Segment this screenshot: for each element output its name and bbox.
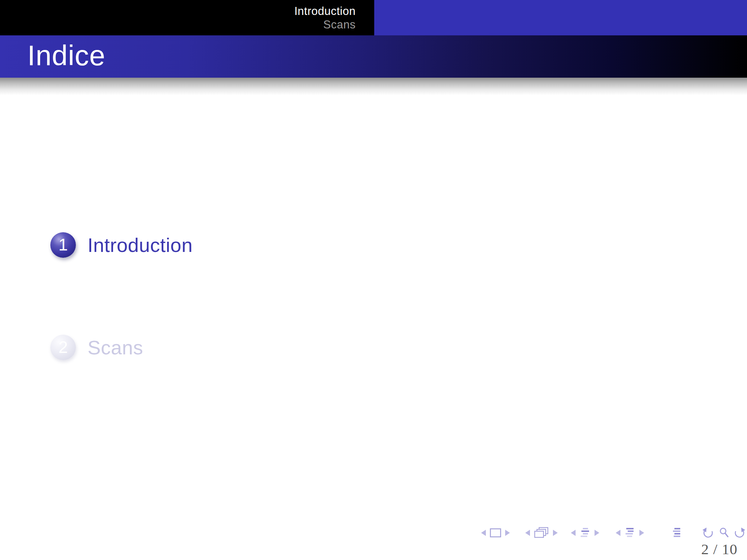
next-subsection-icon[interactable] xyxy=(595,530,599,536)
next-section-icon[interactable] xyxy=(639,530,644,536)
prev-frame-icon[interactable] xyxy=(525,530,530,536)
prev-section-icon[interactable] xyxy=(616,530,620,536)
history-nav-group xyxy=(702,525,746,540)
header-section-current[interactable]: Introduction xyxy=(294,4,356,18)
prev-subsection-icon[interactable] xyxy=(571,530,576,536)
page-indicator: 2 / 10 xyxy=(701,540,738,558)
toc-ball-1-icon: 1 xyxy=(50,232,76,258)
header-section-list: Introduction Scans xyxy=(0,0,374,35)
next-slide-icon[interactable] xyxy=(505,530,510,536)
navigation-symbols-bar xyxy=(0,525,747,540)
header-subsection-panel xyxy=(374,0,747,35)
subsection-toc-icon[interactable] xyxy=(580,528,591,538)
subsection-nav-group xyxy=(571,525,599,540)
next-frame-icon[interactable] xyxy=(553,530,558,536)
slide-nav-group xyxy=(481,525,510,540)
toc-item-introduction[interactable]: 1 Introduction xyxy=(50,232,193,258)
frametitle-bar: Indice xyxy=(0,35,747,78)
back-icon[interactable] xyxy=(702,527,714,538)
prev-slide-icon[interactable] xyxy=(481,530,486,536)
section-nav-group xyxy=(616,525,644,540)
frametitle-shadow xyxy=(0,78,747,95)
section-toc-icon[interactable] xyxy=(624,528,635,538)
toc-label-introduction: Introduction xyxy=(88,234,193,256)
toc-ball-2-icon: 2 xyxy=(50,335,76,360)
toc-item-scans[interactable]: 2 Scans xyxy=(50,335,143,360)
frames-icon[interactable] xyxy=(534,527,549,539)
page-title: Indice xyxy=(0,39,105,74)
toc-number-1: 1 xyxy=(58,236,68,253)
toc-number-2: 2 xyxy=(58,339,68,355)
forward-icon[interactable] xyxy=(734,527,746,538)
document-toc-icon[interactable] xyxy=(672,528,681,538)
toc-label-scans: Scans xyxy=(88,336,143,359)
slide-icon[interactable] xyxy=(490,528,501,537)
frame-nav-group xyxy=(525,525,558,540)
header-section-inactive[interactable]: Scans xyxy=(323,18,356,31)
presentation-slide: Introduction Scans Indice 1 Introduction… xyxy=(0,0,747,560)
search-icon[interactable] xyxy=(719,527,729,538)
header-navigation-bar: Introduction Scans xyxy=(0,0,747,35)
document-nav-group xyxy=(672,525,681,540)
